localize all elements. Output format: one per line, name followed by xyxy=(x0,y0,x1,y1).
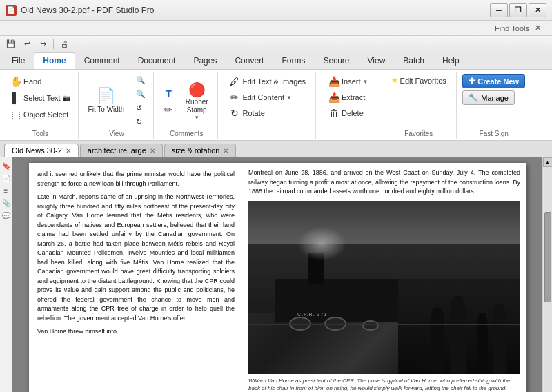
fast-sign-label: Fast Sign xyxy=(480,130,509,137)
rubber-stamp-label: RubberStamp xyxy=(186,98,208,115)
doc-tab-close-3[interactable]: ✕ xyxy=(223,147,228,155)
rubber-stamp-button[interactable]: 🔴 RubberStamp ▼ xyxy=(180,79,213,123)
find-toolbar: Find Tools ✕ xyxy=(0,21,552,36)
pen-tool-button[interactable]: ✏ xyxy=(159,102,177,117)
close-button[interactable]: ✕ xyxy=(529,3,546,17)
find-toolbar-close[interactable]: ✕ xyxy=(535,23,541,32)
fit-to-width-label: Fit To Width xyxy=(88,105,125,114)
extract-label: Extract xyxy=(342,93,365,101)
object-select-button[interactable]: ⬚ Object Select xyxy=(7,107,74,122)
rotate-left-button[interactable]: ↺ xyxy=(132,101,149,115)
rubber-stamp-icon: 🔴 xyxy=(188,81,206,98)
pdf-image-column: Montreal on June 28, 1886, and arrived o… xyxy=(243,163,526,392)
fast-sign-content: ✚ Create New 🔧 Manage xyxy=(462,74,525,128)
scroll-up-button[interactable]: ▲ xyxy=(543,157,553,167)
left-sidebar: 🔖 📄 ≡ 📎 💬 xyxy=(0,157,12,392)
minimize-button[interactable]: ─ xyxy=(490,3,508,17)
extract-button[interactable]: 📤 Extract xyxy=(325,90,371,105)
ribbon-tab-bar: File Home Comment Document Pages Convert… xyxy=(0,52,552,70)
zoom-out-button[interactable]: 🔍 xyxy=(132,88,149,101)
delete-button[interactable]: 🗑 Delete xyxy=(325,106,371,121)
tools-group: ✋ Hand ▌ Select Text 📷 ⬚ Object Select T… xyxy=(3,72,79,139)
create-new-button[interactable]: ✚ Create New xyxy=(462,74,525,88)
rotate-right-button[interactable]: ↻ xyxy=(132,115,149,128)
tab-view[interactable]: View xyxy=(359,52,395,69)
select-text-icon: ▌ xyxy=(10,92,21,104)
window-controls[interactable]: ─ ❐ ✕ xyxy=(490,3,546,17)
rubber-stamp-dropdown[interactable]: ▼ xyxy=(194,115,199,121)
tab-help[interactable]: Help xyxy=(433,52,469,69)
insert-group-content: 📥 Insert ▼ 📤 Extract 🗑 Delete xyxy=(325,74,371,136)
tab-batch[interactable]: Batch xyxy=(394,52,433,69)
scroll-track[interactable] xyxy=(544,167,552,392)
select-text-button[interactable]: ▌ Select Text 📷 xyxy=(7,90,74,106)
edit-favorites-button[interactable]: ★ Edit Favorites xyxy=(388,74,450,87)
tab-convert[interactable]: Convert xyxy=(226,52,273,69)
undo-button[interactable]: ↩ xyxy=(20,38,34,50)
sidebar-bookmark-icon[interactable]: 🔖 xyxy=(1,160,12,171)
doc-tab-size-rotation[interactable]: size & rotation ✕ xyxy=(164,144,237,157)
edit-text-images-button[interactable]: 🖊 Edit Text & Images xyxy=(226,74,309,89)
tab-secure[interactable]: Secure xyxy=(314,52,358,69)
doc-tab-close-2[interactable]: ✕ xyxy=(150,147,155,155)
window-title: Old News 30-2.pdf - PDF Studio Pro xyxy=(21,6,154,15)
tools-group-label: Tools xyxy=(32,130,48,137)
tab-comment[interactable]: Comment xyxy=(75,52,129,69)
app-icon: 📄 xyxy=(6,5,17,16)
cpr-text: C.P.R. 371 xyxy=(297,312,327,317)
fit-to-width-button[interactable]: 📄 Fit To Width xyxy=(84,86,129,117)
text-pen-col: T ✏ xyxy=(159,86,177,117)
insert-group: 📥 Insert ▼ 📤 Extract 🗑 Delete xyxy=(317,72,379,139)
doc-tab-label-3: size & rotation xyxy=(172,146,220,155)
star-icon: ★ xyxy=(391,76,398,85)
person1 xyxy=(493,304,507,373)
view-group-content: 📄 Fit To Width 🔍 🔍 ↺ ↻ xyxy=(84,74,150,128)
tab-home[interactable]: Home xyxy=(34,52,75,69)
zoom-in-icon: 🔍 xyxy=(136,76,146,85)
create-new-label: Create New xyxy=(477,77,519,86)
text-comment-button[interactable]: T xyxy=(159,86,177,101)
restore-button[interactable]: ❐ xyxy=(509,3,527,17)
save-button[interactable]: 💾 xyxy=(4,38,18,50)
sidebar-comment-icon[interactable]: 💬 xyxy=(1,210,12,221)
doc-tab-architecture[interactable]: architecture large ✕ xyxy=(80,144,163,157)
scroll-thumb[interactable] xyxy=(544,212,551,302)
manage-button[interactable]: 🔧 Manage xyxy=(462,90,515,105)
select-text-label: Select Text xyxy=(23,94,61,102)
tab-forms[interactable]: Forms xyxy=(273,52,314,69)
edit-content-button[interactable]: ✏ Edit Content ▼ xyxy=(226,90,309,105)
comments-group: T ✏ 🔴 RubberStamp ▼ Comments xyxy=(155,72,218,139)
insert-col: 📥 Insert ▼ 📤 Extract 🗑 Delete xyxy=(325,74,371,121)
edit-col: 🖊 Edit Text & Images ✏ Edit Content ▼ ↻ … xyxy=(226,74,309,121)
redo-button[interactable]: ↪ xyxy=(36,38,50,50)
tab-pages[interactable]: Pages xyxy=(184,52,226,69)
doc-tab-old-news[interactable]: Old News 30-2 ✕ xyxy=(4,144,79,157)
extract-icon: 📤 xyxy=(328,92,339,103)
title-bar-left: 📄 Old News 30-2.pdf - PDF Studio Pro xyxy=(6,5,154,16)
tab-document[interactable]: Document xyxy=(129,52,185,69)
edit-content-dropdown[interactable]: ▼ xyxy=(286,95,292,101)
object-select-label: Object Select xyxy=(23,110,68,119)
person4 xyxy=(431,308,444,373)
print-button[interactable]: 🖨 xyxy=(57,38,71,50)
title-bar: 📄 Old News 30-2.pdf - PDF Studio Pro ─ ❐… xyxy=(0,0,552,21)
comments-group-label: Comments xyxy=(170,130,203,137)
sidebar-page-icon[interactable]: 📄 xyxy=(1,173,12,184)
sidebar-attachment-icon[interactable]: 📎 xyxy=(1,197,12,208)
view-group-label: View xyxy=(109,130,124,137)
zoom-in-button[interactable]: 🔍 xyxy=(132,74,149,87)
hand-icon: ✋ xyxy=(10,76,21,87)
doc-tab-close-1[interactable]: ✕ xyxy=(66,147,71,155)
insert-button[interactable]: 📥 Insert ▼ xyxy=(325,74,371,89)
pdf-viewer[interactable]: and it seemed unlikely that the prime mi… xyxy=(12,157,542,392)
hand-tool-button[interactable]: ✋ Hand xyxy=(7,74,74,89)
edit-content-icon: ✏ xyxy=(229,92,240,103)
rotate-tool-button[interactable]: ↻ Rotate xyxy=(226,106,309,121)
tab-file[interactable]: File xyxy=(3,52,34,69)
vertical-scrollbar[interactable]: ▲ ▼ xyxy=(542,157,552,392)
insert-dropdown[interactable]: ▼ xyxy=(363,79,368,85)
pdf-paragraph-1: and it seemed unlikely that the prime mi… xyxy=(37,170,235,188)
select-text-badge: 📷 xyxy=(63,95,70,101)
sidebar-layer-icon[interactable]: ≡ xyxy=(1,185,12,196)
edit-favorites-label: Edit Favorites xyxy=(400,77,446,85)
